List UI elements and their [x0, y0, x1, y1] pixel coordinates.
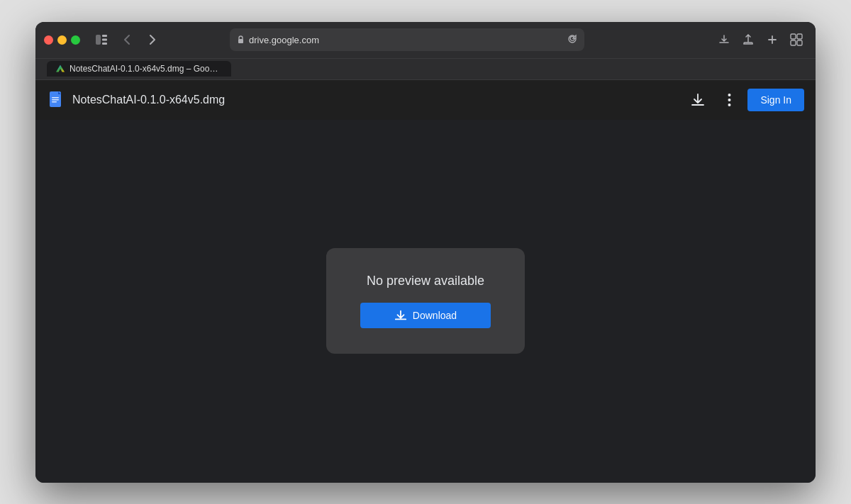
svg-rect-1 [102, 35, 107, 37]
forward-button[interactable] [143, 30, 162, 50]
file-icon [47, 90, 67, 110]
sidebar-toggle-button[interactable] [91, 32, 111, 47]
drive-toolbar: NotesChatAI-0.1.0-x64v5.dmg Sign In [35, 80, 816, 120]
svg-rect-8 [797, 40, 802, 45]
svg-rect-3 [102, 43, 107, 45]
add-tab-button[interactable] [762, 29, 783, 50]
close-button[interactable] [44, 35, 53, 45]
svg-point-15 [728, 94, 730, 96]
gdrive-favicon [55, 64, 65, 74]
drive-filename: NotesChatAI-0.1.0-x64v5.dmg [72, 94, 225, 106]
drive-download-button[interactable] [685, 87, 711, 113]
chrome-titlebar: drive.google.com [35, 22, 816, 59]
share-button[interactable] [738, 29, 759, 50]
browser-window: drive.google.com [35, 22, 816, 483]
extensions-button[interactable] [786, 29, 807, 50]
svg-rect-2 [102, 39, 107, 41]
svg-rect-6 [797, 34, 802, 39]
drive-actions: Sign In [685, 87, 804, 113]
tab-title: NotesChatAI-0.1.0-x64v5.dmg – Google Dri… [69, 64, 223, 74]
tab-bar: NotesChatAI-0.1.0-x64v5.dmg – Google Dri… [35, 59, 816, 80]
drive-content: No preview available Download [35, 120, 816, 483]
drive-more-button[interactable] [716, 87, 742, 113]
lock-icon [237, 35, 245, 45]
svg-rect-12 [52, 97, 59, 99]
traffic-lights [44, 35, 80, 45]
address-bar[interactable]: drive.google.com [230, 28, 584, 51]
svg-rect-13 [52, 99, 59, 101]
svg-point-16 [728, 99, 730, 101]
svg-rect-5 [791, 34, 796, 39]
download-icon [394, 309, 407, 322]
no-preview-text: No preview available [367, 274, 484, 289]
address-text: drive.google.com [249, 35, 319, 45]
download-button-label: Download [413, 310, 457, 321]
back-button[interactable] [117, 30, 137, 50]
svg-rect-4 [238, 39, 243, 43]
browser-toolbar-right [713, 29, 807, 50]
svg-point-17 [728, 103, 730, 106]
preview-card: No preview available Download [326, 248, 525, 354]
svg-rect-0 [96, 35, 101, 45]
download-button[interactable]: Download [360, 303, 491, 328]
svg-rect-7 [791, 40, 796, 45]
sign-in-button[interactable]: Sign In [747, 89, 804, 111]
active-tab[interactable]: NotesChatAI-0.1.0-x64v5.dmg – Google Dri… [47, 61, 231, 77]
maximize-button[interactable] [71, 35, 80, 45]
svg-rect-14 [52, 101, 57, 103]
address-bar-container: drive.google.com [230, 28, 584, 51]
minimize-button[interactable] [57, 35, 67, 45]
reload-button[interactable] [567, 34, 577, 46]
browser-download-button[interactable] [713, 29, 735, 50]
